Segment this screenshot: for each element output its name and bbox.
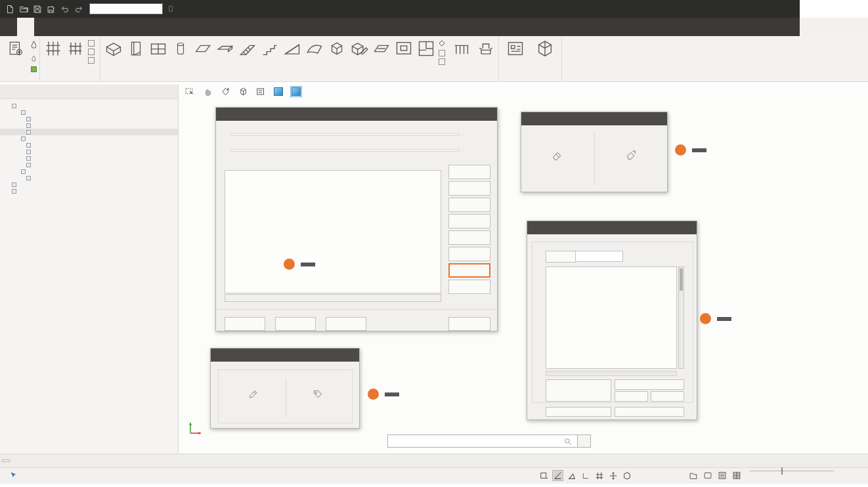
hide-drawing-button[interactable] xyxy=(326,317,366,331)
room-layout-button[interactable] xyxy=(415,37,437,60)
edit-axis-name-button[interactable] xyxy=(88,49,97,55)
undo-icon[interactable] xyxy=(60,4,70,14)
vertical-scrollbar[interactable] xyxy=(678,266,684,369)
drawing-locate-button[interactable] xyxy=(448,198,490,212)
tab-architecture[interactable] xyxy=(17,18,34,36)
layer-management-button[interactable] xyxy=(448,263,490,278)
separate-display-button[interactable] xyxy=(448,230,490,245)
interactive-pick-button[interactable] xyxy=(221,376,286,419)
slab-button[interactable] xyxy=(192,37,213,60)
delete-drawing-button[interactable] xyxy=(275,317,316,331)
polar-track-icon[interactable] xyxy=(566,470,577,481)
tree-item-3d[interactable] xyxy=(0,142,178,148)
window-button[interactable] xyxy=(147,37,169,60)
tab-basic-modeling[interactable] xyxy=(137,18,154,36)
clear-button[interactable] xyxy=(651,391,684,402)
box-edit-icon[interactable] xyxy=(255,86,267,97)
shaded-view-active-icon[interactable] xyxy=(290,86,302,97)
water-drop-icon[interactable] xyxy=(30,40,37,52)
tab-data-convert[interactable] xyxy=(102,18,119,36)
move-gizmo-icon[interactable] xyxy=(607,470,618,481)
beam-button[interactable] xyxy=(214,37,236,60)
tree-item-sheets[interactable] xyxy=(0,181,178,188)
import-drawing-button[interactable] xyxy=(225,317,265,331)
new-file-icon[interactable] xyxy=(5,4,15,14)
open-file-icon[interactable] xyxy=(18,4,29,14)
ceiling-button[interactable] xyxy=(370,37,392,60)
folder-view-icon[interactable] xyxy=(688,470,699,480)
tree-item-elevation1[interactable] xyxy=(0,175,178,181)
tree-item-elevations[interactable] xyxy=(0,168,178,175)
tab-model-review[interactable] xyxy=(68,18,85,36)
horizontal-scrollbar[interactable] xyxy=(546,371,677,376)
select-all-button[interactable] xyxy=(615,391,648,402)
style-panel-button[interactable] xyxy=(501,37,530,60)
stair-button[interactable] xyxy=(236,37,258,60)
reference-drawing-button[interactable] xyxy=(448,165,490,179)
adjust-position-button[interactable] xyxy=(448,247,490,261)
tree-item-3d-views[interactable] xyxy=(0,135,178,142)
dialog-title-bar[interactable] xyxy=(216,108,497,121)
tab-collaboration[interactable] xyxy=(85,18,102,36)
ok-button[interactable] xyxy=(448,317,490,331)
search-button[interactable] xyxy=(546,251,576,263)
tree-item-level3[interactable] xyxy=(0,129,178,135)
cancel-button[interactable] xyxy=(615,407,684,417)
single-window-icon[interactable] xyxy=(703,470,713,480)
furniture-button[interactable] xyxy=(475,37,496,53)
drawing-file-list[interactable] xyxy=(225,170,441,293)
horizontal-scrollbar[interactable] xyxy=(225,294,441,302)
axis-grid-button[interactable] xyxy=(42,37,64,60)
axis-number-button[interactable] xyxy=(64,37,86,60)
invert-checked-button[interactable] xyxy=(546,379,611,402)
quick-start[interactable] xyxy=(194,18,198,36)
tree-item-south[interactable] xyxy=(0,155,178,161)
layer-checkbox-list[interactable] xyxy=(546,266,677,369)
cancel-hide-button[interactable] xyxy=(595,125,668,192)
opening-button[interactable] xyxy=(393,37,414,60)
workspace-combo[interactable] xyxy=(89,3,163,14)
tab-help[interactable] xyxy=(171,18,188,36)
hide-layer-button[interactable] xyxy=(521,125,594,192)
tab-start[interactable] xyxy=(0,18,17,36)
box-view-icon[interactable] xyxy=(237,86,249,97)
organize-3d-button[interactable] xyxy=(531,37,559,60)
command-history-button[interactable] xyxy=(578,434,591,448)
water-drop-small-icon[interactable] xyxy=(31,53,37,65)
dialog-title-bar[interactable] xyxy=(527,221,697,234)
invert-selection-button[interactable] xyxy=(615,379,684,390)
name-select-button[interactable] xyxy=(286,376,351,419)
zone-divide-button[interactable] xyxy=(439,50,447,56)
toolbar-more-icon[interactable] xyxy=(308,86,320,97)
dialog-title-bar[interactable] xyxy=(521,112,667,125)
apron-button[interactable] xyxy=(303,37,325,60)
zoom-slider-thumb[interactable] xyxy=(781,467,783,475)
osnap-icon[interactable] xyxy=(538,470,550,481)
command-input[interactable] xyxy=(387,434,578,448)
isolate-icon[interactable] xyxy=(621,470,632,481)
orbit-icon[interactable] xyxy=(219,86,231,97)
panel-tab-view-browser[interactable] xyxy=(2,459,10,462)
door-button[interactable] xyxy=(125,37,146,60)
cancel-reference-button[interactable] xyxy=(448,181,490,196)
room-split-button[interactable] xyxy=(439,40,447,48)
save-icon[interactable] xyxy=(32,4,43,14)
tree-item-east[interactable] xyxy=(0,148,178,155)
railing-button[interactable] xyxy=(449,37,474,60)
tree-item-west[interactable] xyxy=(0,161,178,168)
ramp-button[interactable] xyxy=(281,37,303,60)
tab-analysis-view[interactable] xyxy=(154,18,171,36)
combine-number-button[interactable] xyxy=(88,57,97,64)
select-icon[interactable] xyxy=(184,86,196,97)
foundation-button[interactable] xyxy=(326,37,347,60)
floor-icon[interactable] xyxy=(31,66,37,72)
paste-icon[interactable] xyxy=(167,3,175,15)
project-settings-button[interactable] xyxy=(2,37,30,60)
tree-item-level2[interactable] xyxy=(0,122,178,129)
enable-disable-button[interactable] xyxy=(448,280,490,294)
room-settings-button[interactable] xyxy=(439,58,447,65)
list-view-icon[interactable] xyxy=(717,470,727,480)
tab-structure[interactable] xyxy=(34,18,51,36)
zoom-slider[interactable] xyxy=(750,471,834,471)
wall-button[interactable] xyxy=(102,37,124,60)
